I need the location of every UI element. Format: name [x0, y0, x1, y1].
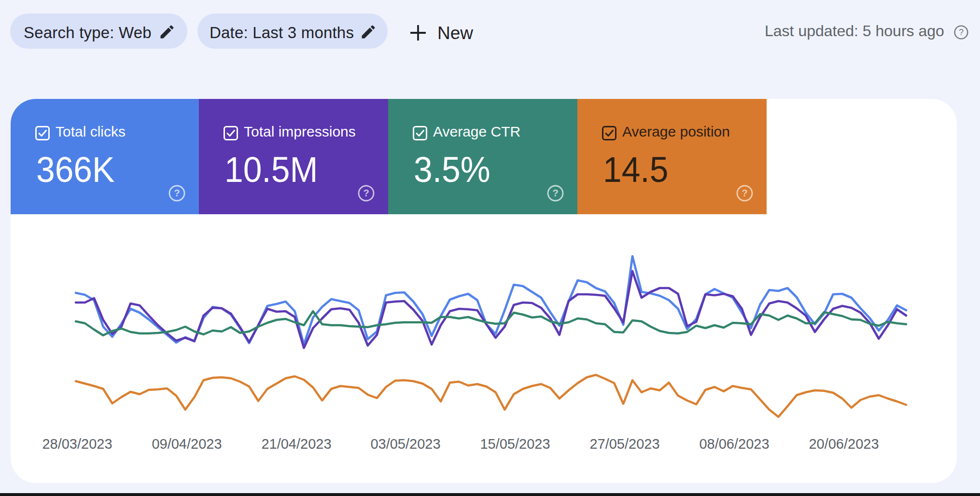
svg-text:?: ? — [174, 188, 180, 198]
svg-text:?: ? — [959, 28, 964, 37]
svg-text:?: ? — [742, 188, 747, 198]
svg-text:?: ? — [363, 188, 369, 198]
svg-text:?: ? — [552, 188, 558, 198]
